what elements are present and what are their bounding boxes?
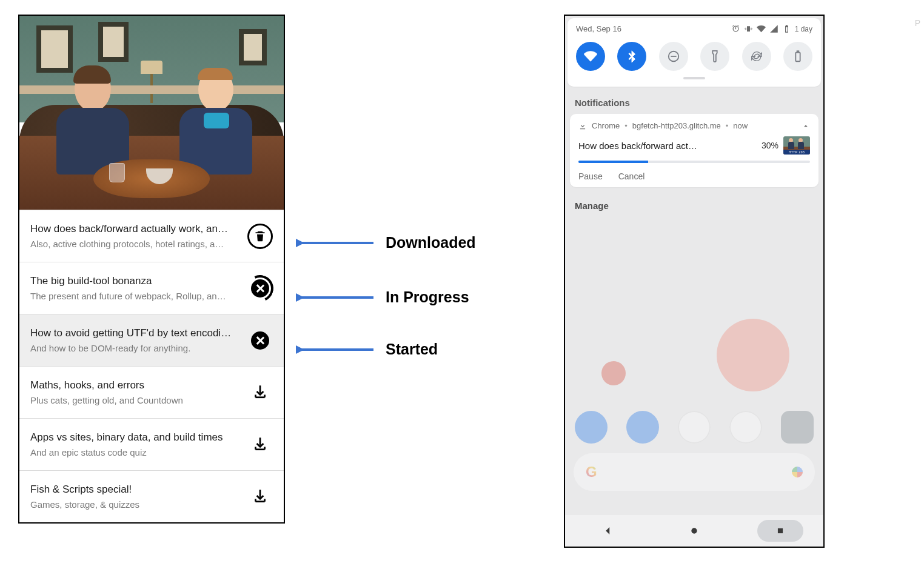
cancel-icon[interactable] [251,331,269,350]
wifi-status-icon [757,24,766,33]
progress-cancel-icon[interactable] [247,275,273,302]
episode-title: The big build-tool bonanza [30,275,239,287]
wifi-icon [584,50,597,63]
download-small-icon [578,122,587,130]
svg-rect-6 [797,51,799,53]
drag-handle-icon[interactable] [683,77,705,79]
android-notification-panel: Wed, Sep 16 1 day Notifications Chrome •… [564,15,825,548]
home-button[interactable] [671,520,717,542]
camera-app-icon[interactable] [781,411,814,444]
annotation-label: In Progress [386,288,469,306]
annotation-label: Downloaded [386,234,476,251]
vibrate-icon [744,24,753,33]
cancel-button[interactable]: Cancel [618,171,645,181]
dnd-icon [667,50,680,63]
annotation-in-progress: In Progress [296,288,469,306]
trash-icon[interactable] [247,224,273,249]
battery-saver-icon [791,50,805,63]
alarm-icon [731,24,740,33]
notifications-header: Notifications [575,98,814,108]
battery-label: 1 day [795,25,812,33]
phone-app-icon[interactable] [575,411,608,444]
episode-subtitle: Also, active clothing protocols, hotel r… [30,239,239,249]
episode-item[interactable]: How to avoid getting UTF'd by text encod… [19,314,284,366]
podcast-app-panel: How does back/forward actually work, an…… [18,15,285,524]
download-progress-bar [578,161,810,163]
cell-signal-icon [769,24,778,33]
download-icon[interactable] [252,488,268,506]
pause-button[interactable]: Pause [578,171,603,181]
toggle-dnd[interactable] [659,42,688,71]
google-g-icon: G [586,464,597,481]
episode-title: Fish & Scripts special! [30,484,239,496]
notification-title: How does back/forward act… [578,141,757,151]
play-store-app-icon[interactable] [678,411,711,444]
episode-subtitle: And an epic status code quiz [30,447,239,457]
episode-title: Apps vs sites, binary data, and build ti… [30,431,239,444]
episode-subtitle: The present and future of webpack, Rollu… [30,291,239,301]
battery-icon [782,24,791,33]
quick-settings-toggles [576,42,812,71]
flashlight-icon [708,50,721,63]
episode-subtitle: Games, storage, & quizzes [30,499,239,510]
home-screen-faded: G [565,276,823,547]
toggle-bluetooth[interactable] [617,42,646,71]
toggle-battery-saver[interactable] [783,42,812,71]
arrow-icon [296,289,375,306]
download-icon[interactable] [252,384,268,402]
autorotate-icon [750,50,763,63]
chevron-up-icon[interactable] [802,122,810,130]
notification-app: Chrome [592,121,620,130]
download-icon[interactable] [252,436,268,454]
episode-list: How does back/forward actually work, an…… [19,210,284,522]
annotation-downloaded: Downloaded [296,234,476,251]
episode-title: How does back/forward actually work, an… [30,223,239,235]
svg-rect-8 [778,528,783,533]
chrome-app-icon[interactable] [729,411,762,444]
overview-button[interactable] [757,520,803,542]
thumbnail-caption: HTTP 203 [783,150,810,155]
notification-percent: 30% [762,141,778,150]
episode-title: Maths, hooks, and errors [30,379,239,391]
annotation-label: Started [386,341,438,358]
svg-rect-5 [795,53,800,62]
episode-subtitle: Plus cats, getting old, and Countdown [30,395,239,405]
quick-settings-card: Wed, Sep 16 1 day [567,18,821,87]
page-marker: P [915,18,920,28]
bluetooth-icon [625,50,638,63]
notification-source: bgfetch-http203.glitch.me [632,121,721,130]
episode-title: How to avoid getting UTF'd by text encod… [30,327,239,339]
episode-item[interactable]: Maths, hooks, and errors Plus cats, gett… [19,366,284,418]
annotation-started: Started [296,341,438,358]
arrow-icon [296,234,375,251]
status-icons: 1 day [731,24,812,33]
episode-item[interactable]: Fish & Scripts special! Games, storage, … [19,470,284,522]
toggle-autorotate[interactable] [742,42,771,71]
navigation-bar [565,515,823,547]
search-bar[interactable]: G [574,453,815,491]
back-button[interactable] [585,520,631,542]
notification-time: now [733,121,748,130]
episode-item[interactable]: The big build-tool bonanza The present a… [19,262,284,314]
assistant-icon[interactable] [792,467,803,477]
status-date: Wed, Sep 16 [576,24,621,33]
episode-item[interactable]: Apps vs sites, binary data, and build ti… [19,418,284,470]
svg-point-7 [691,528,697,533]
manage-button[interactable]: Manage [575,201,814,211]
messages-app-icon[interactable] [626,411,659,444]
episode-subtitle: And how to be DOM-ready for anything. [30,343,239,353]
episode-item[interactable]: How does back/forward actually work, an…… [19,210,284,262]
arrow-icon [296,341,375,358]
toggle-wifi[interactable] [576,42,605,71]
hero-image [19,16,284,210]
notification-thumbnail: HTTP 203 [783,136,810,155]
download-notification[interactable]: Chrome • bgfetch-http203.glitch.me • now… [570,114,819,187]
toggle-flashlight[interactable] [700,42,729,71]
